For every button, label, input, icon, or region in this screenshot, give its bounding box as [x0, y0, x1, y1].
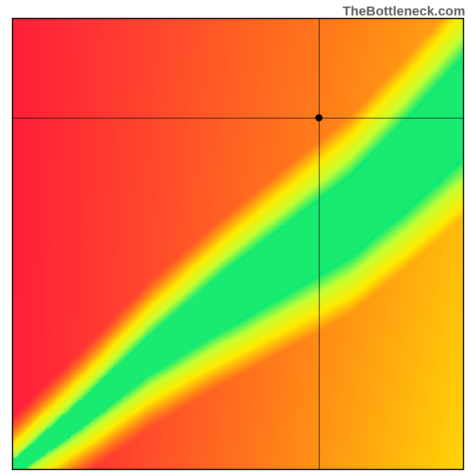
plot-area — [13, 19, 463, 469]
watermark-label: TheBottleneck.com — [343, 4, 465, 19]
heatmap-canvas — [13, 19, 463, 469]
plot-frame — [12, 18, 464, 470]
crosshair-horizontal — [13, 118, 463, 118]
crosshair-vertical — [319, 19, 320, 469]
chart-container: TheBottleneck.com — [0, 0, 476, 476]
selection-marker — [315, 114, 322, 121]
